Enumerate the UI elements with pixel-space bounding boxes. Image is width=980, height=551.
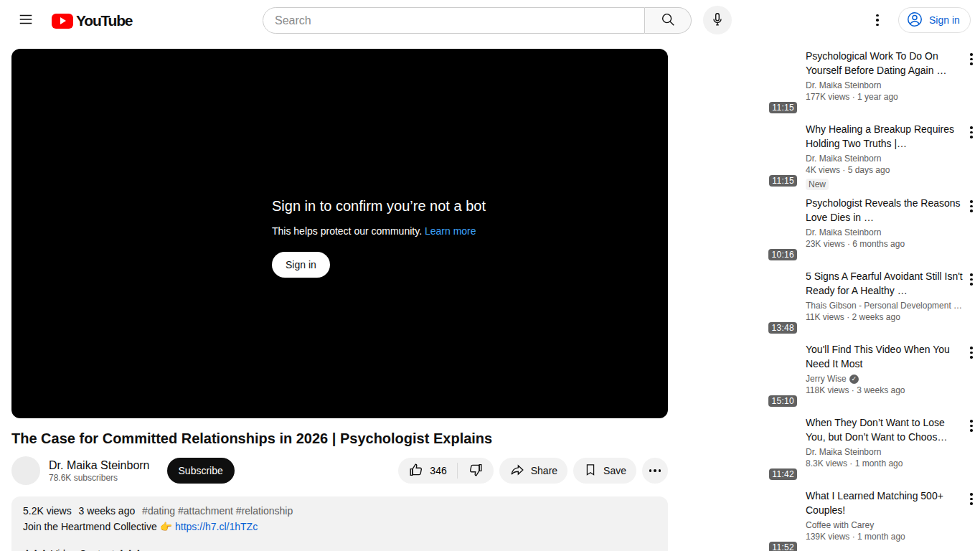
recommended-video-title[interactable]: 5 Signs A Fearful Avoidant Still Isn't R… [806,269,963,298]
subscribe-button[interactable]: Subscribe [167,458,235,484]
recommended-video-title[interactable]: Psychological Work To Do On Yourself Bef… [806,49,963,77]
thumbs-down-icon [468,462,484,480]
recommended-video-item[interactable]: 13:48 5 Signs A Fearful Avoidant Still I… [679,269,980,336]
video-player[interactable]: Sign in to confirm you’re not a bot This… [11,49,668,418]
channel-name[interactable]: Dr. Maika Steinborn [49,459,150,472]
search-button[interactable] [645,7,692,34]
recommended-channel-row: Jerry Wise ✓ [806,374,963,384]
recommended-video-title[interactable]: When They Don’t Want to Lose You, but Do… [806,415,963,444]
recommended-item-menu-button[interactable] [963,196,980,213]
channel-avatar[interactable] [11,456,40,485]
verified-badge-icon: ✓ [849,375,859,384]
description-promo: Join the Heartmend Collective 👉 https://… [23,521,656,532]
duration-badge: 11:52 [769,542,797,551]
recommended-video-item[interactable]: 10:16 Psychologist Reveals the Reasons L… [679,196,980,263]
search-input[interactable] [263,7,645,34]
header-more-options-button[interactable] [863,6,892,34]
recommended-video-item[interactable]: 11:15 Psychological Work To Do On Yourse… [679,49,980,116]
recommended-video-meta: 4K views · 5 days ago [806,165,963,175]
recommended-video-meta: 11K views · 2 weeks ago [806,312,963,322]
recommended-channel-name[interactable]: Jerry Wise [806,374,847,384]
kebab-icon [970,347,973,359]
recommended-video-meta: 23K views · 6 months ago [806,239,963,249]
kebab-icon [970,53,973,65]
description-box[interactable]: 5.2K views 3 weeks ago #dating #attachme… [11,496,668,551]
recommended-channel-name[interactable]: Dr. Maika Steinborn [806,80,881,90]
duration-badge: 11:15 [769,175,797,187]
learn-more-link[interactable]: Learn more [425,225,476,237]
overlay-title: Sign in to confirm you’re not a bot [272,198,486,215]
recommended-channel-name[interactable]: Dr. Maika Steinborn [806,447,881,457]
recommended-video-item[interactable]: 11:52 What I Learned Matching 500+ Coupl… [679,489,980,551]
recommended-video-title[interactable]: What I Learned Matching 500+ Couples! [806,489,963,517]
hamburger-menu-button[interactable] [11,6,40,34]
channel-row: Dr. Maika Steinborn 78.6K subscribers Su… [11,456,668,485]
recommended-item-menu-button[interactable] [963,49,980,66]
video-thumbnail[interactable]: 11:15 [679,49,800,116]
kebab-icon [970,420,973,432]
like-button[interactable]: 346 [398,458,456,484]
recommended-item-menu-button[interactable] [963,269,980,286]
recommended-item-menu-button[interactable] [963,342,980,359]
recommended-video-item[interactable]: 11:15 Why Healing a Breakup Requires Hol… [679,122,980,190]
recommended-item-menu-button[interactable] [963,122,980,139]
voice-search-button[interactable] [703,6,732,34]
recommended-channel-name[interactable]: Thais Gibson - Personal Development … [806,301,962,311]
search-bar [263,7,692,34]
pointing-hand-emoji: 👉 [160,521,172,532]
save-button[interactable]: Save [573,458,636,484]
recommended-channel-row: Dr. Maika Steinborn ✓ [806,154,963,164]
kebab-icon [970,126,973,138]
like-dislike-pill: 346 [398,458,493,484]
recommended-video-title[interactable]: Psychologist Reveals the Reasons Love Di… [806,196,963,225]
recommended-video-meta: 8.3K views · 1 month ago [806,458,963,468]
recommended-channel-name[interactable]: Coffee with Carey [806,520,874,530]
kebab-icon [970,200,973,212]
duration-badge: 11:15 [769,102,797,113]
recommended-item-menu-button[interactable] [963,489,980,506]
top-header: YouTube Sign in [0,0,980,40]
show-more-link[interactable]: ...more [164,548,196,551]
new-badge: New [806,179,829,190]
content-heading: ✱✱✱ Video Content ✱✱✱ [23,548,143,551]
promo-text: Join the Heartmend Collective [23,521,157,532]
recommended-channel-row: Dr. Maika Steinborn ✓ [806,227,963,237]
search-icon [660,11,676,29]
save-label: Save [603,465,626,476]
recommended-channel-name[interactable]: Dr. Maika Steinborn [806,154,881,164]
video-details: When They Don’t Want to Lose You, but Do… [806,415,963,483]
video-details: 5 Signs A Fearful Avoidant Still Isn't R… [806,269,963,336]
more-actions-button[interactable] [642,458,668,484]
video-thumbnail[interactable]: 15:10 [679,342,800,410]
dislike-button[interactable] [458,458,494,484]
header-sign-in-button[interactable]: Sign in [898,7,971,33]
bot-check-overlay: Sign in to confirm you’re not a bot This… [272,198,486,278]
video-thumbnail[interactable]: 10:16 [679,196,800,263]
video-thumbnail[interactable]: 13:48 [679,269,800,336]
recommended-video-title[interactable]: Why Healing a Breakup Requires Holding T… [806,122,963,151]
account-circle-icon [906,11,923,30]
recommended-channel-name[interactable]: Dr. Maika Steinborn [806,227,881,237]
channel-info: Dr. Maika Steinborn 78.6K subscribers [49,459,150,483]
recommended-video-item[interactable]: 11:42 When They Don’t Want to Lose You, … [679,415,980,483]
recommended-channel-row: Thais Gibson - Personal Development … ✓ [806,301,963,311]
promo-link[interactable]: https://h7.cl/1hTZc [175,521,258,532]
recommended-video-meta: 139K views · 1 month ago [806,532,963,542]
video-details: Psychologist Reveals the Reasons Love Di… [806,196,963,263]
overlay-sign-in-button[interactable]: Sign in [272,252,330,278]
video-thumbnail[interactable]: 11:42 [679,415,800,483]
video-thumbnail[interactable]: 11:15 [679,122,800,189]
share-button[interactable]: Share [499,458,567,484]
recommended-item-menu-button[interactable] [963,415,980,433]
recommended-channel-row: Coffee with Carey ✓ [806,520,963,530]
bookmark-icon [583,463,598,479]
recommended-video-title[interactable]: You'll Find This Video When You Need It … [806,342,963,371]
duration-badge: 11:42 [769,468,797,480]
recommended-video-meta: 177K views · 1 year ago [806,92,963,102]
video-thumbnail[interactable]: 11:52 [679,489,800,551]
youtube-logo[interactable]: YouTube [52,12,132,29]
hashtags[interactable]: #dating #attachment #relationship [142,505,293,517]
share-icon [509,462,525,480]
upload-date: 3 weeks ago [79,505,136,517]
recommended-video-item[interactable]: 15:10 You'll Find This Video When You Ne… [679,342,980,410]
